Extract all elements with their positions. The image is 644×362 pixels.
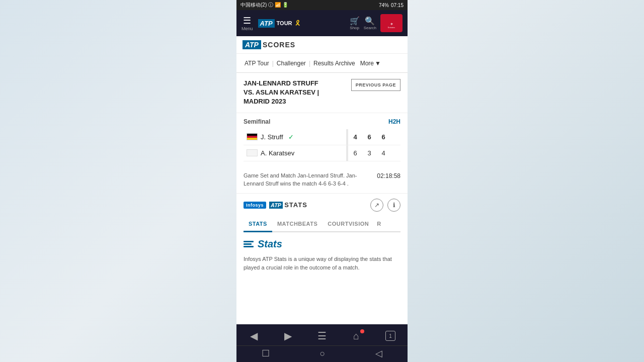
player1-name: J. Struff <box>261 133 283 141</box>
info-icon: ℹ <box>393 202 395 209</box>
android-home-button[interactable]: ○ <box>320 348 326 359</box>
atp-logo: ATP TOUR 🎗 <box>258 19 301 28</box>
infosys-badge: Infosys <box>244 202 266 209</box>
stats-section: Infosys ATP STATS ↗ ℹ STATS MATCHBEATS C… <box>236 194 408 324</box>
tabs-button[interactable]: 1 <box>380 328 400 343</box>
challenger-link[interactable]: Challenger <box>274 60 309 67</box>
player2-cell: A. Karatsev <box>244 145 346 161</box>
status-left: 中国移动(2) ⓘ 📶 🔋 <box>240 2 288 9</box>
back-button[interactable]: ◀ <box>244 328 264 343</box>
atp-tour-link[interactable]: ATP Tour <box>242 60 272 67</box>
player1-set1: 4 <box>348 129 362 145</box>
tab-courtvision[interactable]: COURTVISION <box>323 217 374 231</box>
round-row: Semifinal H2H <box>244 118 400 125</box>
atp-scores-logo: ATP SCORES <box>243 40 295 49</box>
infosys-atp-logo: Infosys ATP STATS <box>244 201 307 209</box>
home-notification-dot <box>360 329 364 333</box>
stats-icons: ↗ ℹ <box>370 199 400 212</box>
info-button[interactable]: ℹ <box>387 199 400 212</box>
search-icon: 🔍 <box>364 16 376 26</box>
tab-count: 1 <box>389 333 392 339</box>
triangle-icon: ◁ <box>375 348 382 358</box>
bottom-navigation: ◀ ▶ ☰ ⌂ 1 ☐ ○ <box>236 324 408 362</box>
stats-content: Stats Infosys ATP Stats is a unique way … <box>244 232 400 279</box>
tour-text: TOUR <box>277 20 292 26</box>
time: 07:15 <box>391 3 404 8</box>
emirates-logo: ✈ Emirates <box>384 16 398 30</box>
scores-header: ATP SCORES <box>236 36 408 54</box>
h2h-link[interactable]: H2H <box>388 118 400 125</box>
shop-icon: 🛒 <box>350 16 360 26</box>
stats-headline-text: Stats <box>258 238 282 250</box>
status-bar: 中国移动(2) ⓘ 📶 🔋 74% 07:15 <box>236 0 408 10</box>
shop-button[interactable]: 🛒 Shop <box>350 16 360 30</box>
tab-count-badge: 1 <box>385 331 395 341</box>
player2-set2: 3 <box>362 145 376 161</box>
tab-stats[interactable]: STATS <box>244 217 272 232</box>
svg-text:Emirates: Emirates <box>388 27 395 29</box>
player1-set2: 6 <box>362 129 376 145</box>
stats-tabs: STATS MATCHBEATS COURTVISION R <box>244 217 400 232</box>
svg-text:✈: ✈ <box>390 23 393 26</box>
match-players-title: JAN-LENNARD STRUFFVS. ASLAN KARATSEV |MA… <box>244 79 319 105</box>
match-duration: 02:18:58 <box>377 172 400 179</box>
tab-more[interactable]: R <box>374 217 384 231</box>
nav-right: 🛒 Shop 🔍 Search ✈ Emirates <box>350 14 403 32</box>
android-back-button[interactable]: ◁ <box>375 348 382 359</box>
bottom-nav-row-1: ◀ ▶ ☰ ⌂ 1 <box>236 326 408 345</box>
stats-word: STATS <box>284 201 307 209</box>
carrier-info: 中国移动(2) ⓘ 📶 🔋 <box>240 2 288 9</box>
tab-matchbeats[interactable]: MATCHBEATS <box>272 217 323 231</box>
winner-checkmark: ✓ <box>288 133 294 141</box>
score-table: J. Struff ✓ 4 6 6 A. Karatsev <box>244 129 400 161</box>
emirates-button[interactable]: ✈ Emirates <box>380 14 403 32</box>
square-icon: ☐ <box>262 348 270 358</box>
scores-text: SCORES <box>263 41 295 49</box>
stats-description: Infosys ATP Stats is a unique way of dis… <box>244 255 400 273</box>
stats-logo-row: Infosys ATP STATS ↗ ℹ <box>244 199 400 212</box>
forward-icon: ▶ <box>284 330 292 342</box>
atp-stats-logo: ATP STATS <box>269 201 307 209</box>
shop-label: Shop <box>350 26 360 30</box>
score-section: Semifinal H2H J. Struff ✓ <box>236 113 408 166</box>
browser-menu-button[interactable]: ☰ <box>312 328 332 343</box>
status-right: 74% 07:15 <box>379 3 404 8</box>
top-navigation: ☰ Menu ATP TOUR 🎗 🛒 Shop 🔍 Search ✈ <box>236 10 408 36</box>
home-icon: ⌂ <box>353 330 359 342</box>
more-dropdown-button[interactable]: More ▼ <box>360 60 381 67</box>
result-description: Game Set and Match Jan-Lennard Struff. J… <box>244 171 372 188</box>
menu-label: Menu <box>242 26 253 31</box>
stats-bars-icon <box>244 241 254 247</box>
atp-text-sm: ATP <box>269 202 283 209</box>
match-header: JAN-LENNARD STRUFFVS. ASLAN KARATSEV |MA… <box>236 73 408 113</box>
stats-headline: Stats <box>244 238 400 250</box>
share-icon: ↗ <box>374 202 379 209</box>
battery-level: 74% <box>379 3 389 8</box>
round-label: Semifinal <box>244 118 270 125</box>
atp-text: ATP <box>258 19 275 28</box>
germany-flag <box>247 133 258 140</box>
results-archive-link[interactable]: Results Archive <box>310 60 358 67</box>
bottom-nav-row-2: ☐ ○ ◁ <box>236 345 408 360</box>
bar-line-3 <box>244 246 254 247</box>
search-label: Search <box>364 26 376 30</box>
back-icon: ◀ <box>250 330 258 342</box>
share-button[interactable]: ↗ <box>370 199 383 212</box>
match-result: Game Set and Match Jan-Lennard Struff. J… <box>236 166 408 194</box>
nav-left: ☰ Menu ATP TOUR 🎗 <box>242 15 301 31</box>
table-row: J. Struff ✓ 4 6 6 <box>244 129 400 145</box>
player2-name: A. Karatsev <box>261 149 294 157</box>
home-button[interactable]: ⌂ <box>346 328 366 343</box>
player1-cell: J. Struff ✓ <box>244 129 346 145</box>
forward-button[interactable]: ▶ <box>278 328 298 343</box>
bar-line-2 <box>244 243 252 245</box>
match-title: JAN-LENNARD STRUFFVS. ASLAN KARATSEV |MA… <box>244 79 347 107</box>
menu-button[interactable]: ☰ Menu <box>242 15 253 31</box>
search-button[interactable]: 🔍 Search <box>364 16 376 30</box>
android-square-button[interactable]: ☐ <box>262 348 270 359</box>
previous-page-button[interactable]: PREVIOUS PAGE <box>351 79 400 91</box>
hamburger-icon: ☰ <box>242 15 253 26</box>
karatsev-flag <box>247 149 258 156</box>
atp-logo-text: ATP <box>243 40 261 49</box>
bar-line-1 <box>244 241 254 242</box>
